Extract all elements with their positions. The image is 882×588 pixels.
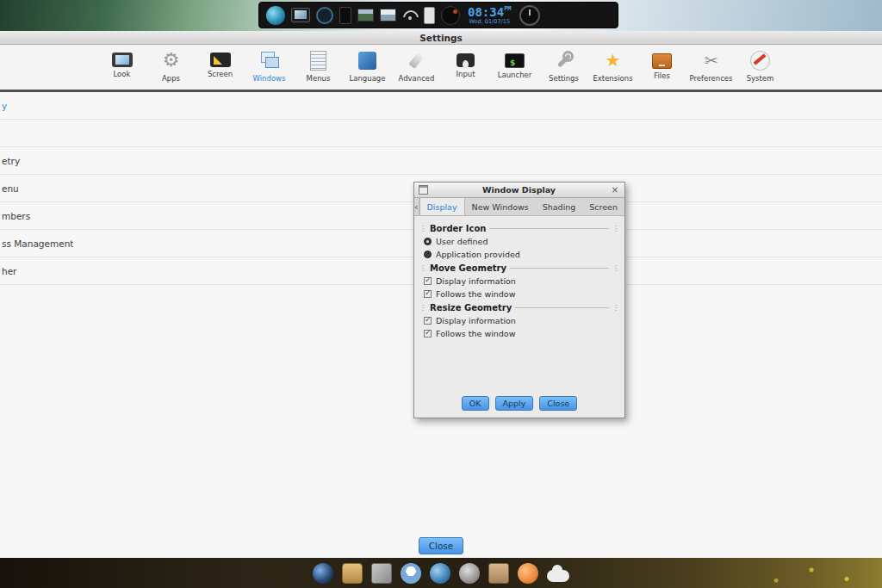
- radio-user-defined[interactable]: User defined: [424, 237, 619, 246]
- drag-handle-icon: ⋮: [419, 265, 426, 272]
- apps-icon: [160, 49, 183, 71]
- tab-shading[interactable]: Shading: [536, 198, 583, 215]
- browser-icon[interactable]: [316, 7, 333, 24]
- dock-box-icon[interactable]: [488, 563, 509, 584]
- apply-button[interactable]: Apply: [495, 396, 534, 411]
- toolbar-item-apps[interactable]: Apps: [146, 49, 196, 83]
- toolbar-item-label: Files: [654, 71, 670, 80]
- category-row[interactable]: [0, 120, 882, 147]
- category-label: mbers: [0, 211, 30, 221]
- toolbar-item-label: Launcher: [498, 71, 532, 79]
- clipboard-icon[interactable]: [424, 7, 435, 24]
- toolbar-item-label: Extensions: [593, 74, 632, 83]
- dock-disk-icon[interactable]: [459, 563, 480, 584]
- dock-gallery-icon[interactable]: [371, 563, 392, 584]
- tab-screen[interactable]: Screen: [582, 198, 624, 215]
- toolbar-item-windows[interactable]: Windows: [245, 49, 294, 83]
- section-divider: [515, 307, 609, 308]
- checkbox-move-follows-window[interactable]: Follows the window: [424, 289, 619, 299]
- radio-application-provided[interactable]: Application provided: [424, 250, 619, 259]
- category-row[interactable]: y: [0, 92, 882, 120]
- wallpaper-thumb-icon[interactable]: [357, 9, 374, 22]
- toolbar-item-menus[interactable]: Menus: [294, 49, 343, 83]
- toolbar-item-launcher[interactable]: Launcher: [490, 49, 539, 79]
- panel-clock[interactable]: 08:34PM Wed, 01/07/15: [468, 6, 512, 25]
- toolbar-item-look[interactable]: Look: [97, 49, 146, 78]
- dock-weather-icon[interactable]: [547, 570, 569, 582]
- clock-ampm: PM: [504, 5, 511, 12]
- recorder-icon[interactable]: [441, 6, 460, 25]
- dialog-close-button[interactable]: Close: [539, 396, 577, 411]
- option-label: Display information: [436, 276, 516, 286]
- toolbar-item-label: Language: [350, 74, 386, 83]
- window-menu-icon[interactable]: [419, 185, 428, 195]
- toolbar-item-extensions[interactable]: Extensions: [588, 49, 637, 83]
- settings-toolbar: Look Apps Screen Windows Menus Language …: [0, 45, 882, 90]
- power-icon[interactable]: [519, 5, 540, 26]
- category-label: ss Management: [0, 238, 73, 249]
- close-button[interactable]: Close: [419, 537, 464, 554]
- category-label: her: [0, 266, 16, 276]
- dialog-button-row: OK Apply Close: [414, 396, 624, 411]
- windows-icon: [258, 49, 281, 71]
- toolbar-item-language[interactable]: Language: [343, 49, 392, 83]
- dialog-title: Window Display: [428, 185, 610, 195]
- toolbar-item-settings[interactable]: Settings: [539, 49, 588, 83]
- launcher-icon: [505, 53, 525, 68]
- drag-handle-icon: ⋮: [612, 226, 619, 232]
- category-label: etry: [0, 156, 20, 166]
- clock-time: 08:34PM: [468, 6, 512, 18]
- option-label: Follows the window: [436, 329, 515, 338]
- toolbar-item-screen[interactable]: Screen: [196, 49, 245, 78]
- wallpaper-thumb2-icon[interactable]: [380, 9, 396, 22]
- category-label: y: [0, 101, 7, 111]
- top-panel: 08:34PM Wed, 01/07/15: [258, 2, 618, 28]
- settings-icon: [553, 49, 575, 71]
- dock-globe-icon[interactable]: [430, 563, 450, 584]
- dock-browser-icon[interactable]: [313, 563, 333, 584]
- section-title: Move Geometry: [430, 263, 506, 273]
- extensions-icon: [602, 49, 624, 71]
- battery-icon[interactable]: [339, 7, 351, 24]
- tab-display[interactable]: Display: [419, 198, 465, 215]
- close-icon[interactable]: ×: [610, 185, 620, 195]
- option-label: Application provided: [436, 250, 520, 259]
- menus-icon: [310, 51, 326, 71]
- toolbar-item-files[interactable]: Files: [637, 49, 686, 80]
- preferences-icon: [700, 49, 723, 71]
- category-row[interactable]: etry: [0, 147, 882, 175]
- toolbar-item-preferences[interactable]: Preferences: [686, 49, 736, 83]
- tab-new-windows[interactable]: New Windows: [465, 198, 536, 215]
- checkbox-resize-display-information[interactable]: Display information: [424, 316, 619, 325]
- toolbar-item-input[interactable]: Input: [441, 49, 490, 78]
- dock-peach-icon[interactable]: [518, 563, 538, 584]
- checkbox-move-display-information[interactable]: Display information: [424, 276, 619, 286]
- section-header-border-icon: ⋮ Border Icon ⋮: [419, 224, 619, 233]
- toolbar-item-label: Input: [456, 70, 475, 78]
- toolbar-item-label: Look: [114, 70, 131, 78]
- toolbar-item-advanced[interactable]: Advanced: [392, 49, 441, 83]
- settings-window-titlebar[interactable]: Settings: [0, 31, 882, 45]
- dock-chromium-icon[interactable]: [401, 563, 421, 584]
- drag-handle-icon: ⋮: [419, 226, 426, 232]
- monitor-icon[interactable]: [291, 8, 310, 22]
- tab-label: New Windows: [472, 202, 529, 212]
- dialog-body: ⋮ Border Icon ⋮ User defined Application…: [414, 216, 624, 418]
- wifi-icon[interactable]: [402, 9, 418, 21]
- app-logo-icon[interactable]: [266, 6, 285, 25]
- section-divider: [489, 228, 609, 229]
- advanced-icon: [406, 49, 428, 71]
- category-label: enu: [0, 183, 19, 194]
- option-label: Follows the window: [436, 289, 515, 299]
- toolbar-item-label: Settings: [549, 74, 579, 83]
- section-title: Border Icon: [430, 224, 486, 233]
- dock-files-icon[interactable]: [342, 563, 363, 584]
- drag-handle-icon: ⋮: [612, 305, 619, 312]
- checkbox-icon: [424, 290, 432, 298]
- toolbar-item-label: Menus: [307, 74, 331, 83]
- checkbox-resize-follows-window[interactable]: Follows the window: [424, 329, 619, 338]
- input-icon: [457, 53, 475, 67]
- toolbar-item-system[interactable]: System: [736, 49, 785, 83]
- dialog-titlebar[interactable]: Window Display ×: [414, 183, 624, 198]
- ok-button[interactable]: OK: [462, 396, 489, 411]
